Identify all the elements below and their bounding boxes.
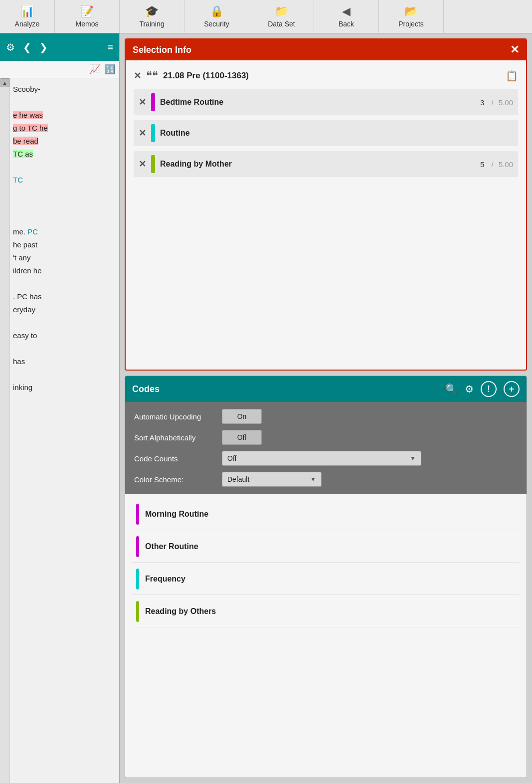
main-layout: ⚙ ❮ ❯ ≡ 📈 🔢 ▲ Scooby- e he was g to TC h…	[0, 33, 532, 783]
selection-info-panel: Selection Info ✕ ✕ ❝❝ 21.08 Pre (1100-13…	[125, 38, 527, 371]
text-line: TC as	[13, 148, 116, 160]
code-counts-dropdown[interactable]: Off ▼	[222, 451, 421, 466]
projects-icon: 📂	[404, 5, 418, 18]
nav-projects[interactable]: 📂 Projects	[379, 0, 444, 33]
text-line: eryday	[13, 304, 116, 316]
list-item[interactable]: Frequency	[132, 564, 520, 595]
highlighted-text: be read	[13, 137, 38, 145]
training-icon: 🎓	[145, 5, 159, 18]
highlighted-text: g to TC he	[13, 124, 48, 132]
routine-code-name: Routine	[160, 129, 513, 138]
nav-memos-label: Memos	[76, 20, 99, 28]
analytics-sub-icon[interactable]: 📈	[89, 64, 100, 75]
selection-info-body: ✕ ❝❝ 21.08 Pre (1100-1363) 📋 ✕ Bedtime R…	[126, 60, 526, 370]
nav-dataset[interactable]: 📁 Data Set	[249, 0, 314, 33]
text-line	[13, 213, 116, 225]
highlighted-text: TC as	[13, 150, 33, 158]
text-line	[13, 187, 116, 199]
reading-count: 5	[480, 160, 484, 169]
list-item[interactable]: Other Routine	[132, 531, 520, 563]
text-line: he past	[13, 239, 116, 251]
text-line: TC	[13, 174, 116, 186]
code-counts-value: Off	[227, 454, 236, 462]
other-routine-name: Other Routine	[145, 542, 198, 551]
security-icon: 🔒	[210, 5, 223, 18]
codes-title: Codes	[132, 384, 438, 394]
search-icon[interactable]: 🔍	[445, 383, 458, 395]
color-scheme-label: Color Scheme:	[134, 475, 214, 484]
text-line	[13, 161, 116, 173]
text-line: easy to	[13, 330, 116, 342]
nav-security-label: Security	[204, 20, 229, 28]
remove-reading-button[interactable]: ✕	[139, 159, 146, 170]
text-line: be read	[13, 135, 116, 147]
list-item[interactable]: Morning Routine	[132, 499, 520, 530]
codes-settings: Automatic Upcoding On Sort Alphabeticall…	[125, 402, 527, 494]
scrollbar[interactable]: ▲	[0, 78, 10, 783]
list-icon[interactable]: ≡	[105, 39, 115, 55]
top-navigation: 📊 Analyze 📝 Memos 🎓 Training 🔒 Security …	[0, 0, 532, 33]
bedtime-color-bar	[151, 93, 155, 111]
bedtime-code-name: Bedtime Routine	[160, 98, 475, 107]
bedtime-slash: /	[489, 98, 493, 107]
code-counts-label: Code Counts	[134, 454, 214, 463]
nav-memos[interactable]: 📝 Memos	[55, 0, 120, 33]
selection-child-row: ✕ Bedtime Routine 3 / 5.00	[134, 89, 518, 115]
code-counts-row: Code Counts Off ▼	[134, 451, 518, 466]
chevron-left-icon[interactable]: ❮	[21, 39, 33, 55]
codes-panel: Codes 🔍 ⚙ ! + Automatic Upcoding On Sort…	[125, 376, 527, 778]
sort-alphabetically-toggle[interactable]: Off	[222, 430, 262, 445]
remove-parent-button[interactable]: ✕	[134, 70, 141, 81]
scroll-up-button[interactable]: ▲	[0, 78, 9, 87]
copy-icon[interactable]: 📋	[506, 70, 518, 82]
text-line	[13, 278, 116, 290]
text-line: 't any	[13, 252, 116, 264]
nav-analyze-label: Analyze	[15, 20, 40, 28]
selection-child-row: ✕ Reading by Mother 5 / 5.00	[134, 151, 518, 177]
color-scheme-dropdown[interactable]: Default ▼	[222, 472, 322, 487]
cyan-text: PC	[27, 227, 38, 236]
reading-total: 5.00	[499, 160, 513, 169]
text-line: e he was	[13, 109, 116, 121]
reading-slash: /	[489, 160, 493, 169]
reading-others-name: Reading by Others	[145, 607, 216, 616]
nav-projects-label: Projects	[398, 20, 424, 28]
close-selection-info-button[interactable]: ✕	[510, 43, 519, 56]
reading-others-color-bar	[136, 601, 139, 622]
text-line: ildren he	[13, 265, 116, 277]
nav-training[interactable]: 🎓 Training	[120, 0, 184, 33]
left-content: ▲ Scooby- e he was g to TC he be read TC…	[0, 78, 119, 783]
bedtime-count: 3	[480, 98, 484, 107]
nav-training-label: Training	[139, 20, 164, 28]
right-panel: Selection Info ✕ ✕ ❝❝ 21.08 Pre (1100-13…	[120, 33, 532, 783]
nav-back-label: Back	[339, 20, 354, 28]
morning-routine-name: Morning Routine	[145, 510, 208, 519]
left-toolbar: ⚙ ❮ ❯ ≡	[0, 33, 119, 61]
list-item[interactable]: Reading by Others	[132, 596, 520, 627]
morning-color-bar	[136, 504, 139, 525]
nav-back[interactable]: ◀ Back	[314, 0, 379, 33]
table-icon[interactable]: 🔢	[104, 64, 115, 75]
chevron-right-icon[interactable]: ❯	[37, 39, 50, 55]
text-line: Scooby-	[13, 83, 116, 95]
color-scheme-row: Color Scheme: Default ▼	[134, 472, 518, 487]
memos-icon: 📝	[80, 5, 94, 18]
nav-analyze[interactable]: 📊 Analyze	[0, 0, 55, 33]
nav-security[interactable]: 🔒 Security	[184, 0, 249, 33]
frequency-color-bar	[136, 569, 139, 589]
quote-icon: ❝❝	[146, 69, 158, 82]
parent-label: 21.08 Pre (1100-1363)	[163, 71, 501, 81]
filter-icon[interactable]: ⚙	[465, 383, 474, 395]
remove-bedtime-button[interactable]: ✕	[139, 97, 146, 108]
code-counts-arrow: ▼	[410, 455, 416, 462]
sort-alphabetically-label: Sort Alphabetically	[134, 433, 214, 442]
gear-icon[interactable]: ⚙	[4, 39, 17, 55]
automatic-upcoding-toggle[interactable]: On	[222, 409, 262, 424]
codes-list: Morning Routine Other Routine Frequency …	[125, 494, 527, 632]
text-line	[13, 369, 116, 381]
remove-routine-button[interactable]: ✕	[139, 128, 146, 139]
info-circle-icon[interactable]: !	[481, 381, 497, 397]
document-text-area: Scooby- e he was g to TC he be read TC a…	[10, 78, 119, 783]
text-line	[13, 343, 116, 355]
add-code-button[interactable]: +	[504, 381, 520, 397]
